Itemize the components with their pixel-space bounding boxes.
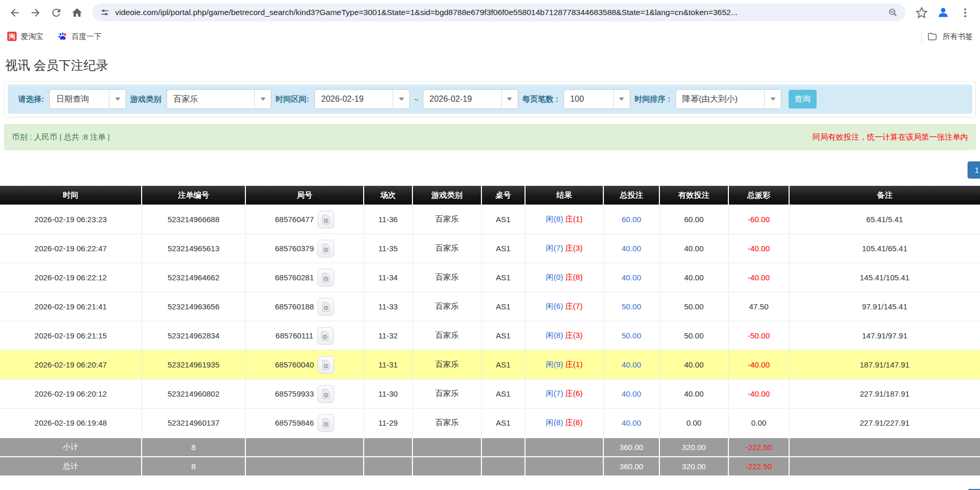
date-to-value: 2026-02-19 bbox=[423, 90, 501, 108]
date-to-select[interactable]: 2026-02-19 bbox=[423, 89, 518, 109]
bookmark-aitaobao[interactable]: 淘 爱淘宝 bbox=[7, 32, 44, 42]
cell-total-bet: 50.00 bbox=[603, 292, 659, 321]
filter-bar: 请选择: 日期查询 游戏类别 百家乐 时间区间: 2026-02-19 ~ 20 bbox=[8, 85, 972, 114]
site-settings-icon[interactable] bbox=[100, 7, 110, 18]
cell-result: 闲(6) 庄(7) bbox=[525, 292, 603, 321]
result-banker: 庄(1) bbox=[565, 360, 583, 369]
total-bet-link[interactable]: 40.00 bbox=[622, 389, 641, 398]
video-replay-button[interactable] bbox=[318, 356, 334, 374]
address-bar[interactable]: videoie.com/ipl/portal.php/game/betrecor… bbox=[92, 4, 905, 21]
cell-valid-bet: 50.00 bbox=[659, 321, 728, 350]
bet-records-table: 时间注单编号局号场次游戏类别桌号结果总投注有效投注总派彩备注 2026-02-1… bbox=[0, 186, 980, 477]
sort-order-select[interactable]: 降幂(由大到小) bbox=[675, 89, 781, 109]
reload-button[interactable] bbox=[47, 4, 65, 21]
browser-menu-button[interactable] bbox=[956, 4, 974, 21]
sum-empty bbox=[245, 438, 364, 457]
cell-time: 2026-02-19 06:20:12 bbox=[0, 379, 142, 409]
video-replay-button[interactable] bbox=[318, 240, 334, 257]
video-replay-button[interactable] bbox=[317, 327, 334, 345]
total-bet-link[interactable]: 50.00 bbox=[622, 331, 641, 340]
video-replay-button[interactable] bbox=[318, 211, 334, 228]
cell-game-type: 百家乐 bbox=[412, 379, 481, 409]
cell-note: 227.91/227.91 bbox=[789, 409, 980, 438]
cell-round-id: 685759933 bbox=[245, 379, 364, 409]
cell-total-bet: 40.00 bbox=[603, 379, 659, 409]
cell-session: 11-31 bbox=[364, 350, 412, 379]
cell-time: 2026-02-19 06:21:15 bbox=[0, 321, 142, 350]
cell-bet-id: 523214966688 bbox=[142, 205, 245, 234]
date-from-select[interactable]: 2026-02-19 bbox=[314, 89, 410, 109]
chevron-down-icon bbox=[393, 90, 409, 108]
round-id-wrap: 685760477 bbox=[275, 211, 334, 228]
search-button[interactable]: 查询 bbox=[789, 90, 817, 108]
query-type-select[interactable]: 日期查询 bbox=[49, 89, 126, 109]
cell-result: 闲(0) 庄(8) bbox=[525, 263, 603, 292]
cell-time: 2026-02-19 06:19:48 bbox=[0, 409, 142, 438]
sum-note-empty bbox=[789, 457, 980, 476]
cell-total-bet: 40.00 bbox=[603, 263, 659, 292]
avatar-icon bbox=[936, 6, 950, 19]
video-replay-button[interactable] bbox=[318, 414, 334, 432]
three-dots-icon bbox=[959, 7, 971, 19]
sum-label: 小计 bbox=[0, 438, 142, 457]
col-header-0: 时间 bbox=[0, 186, 142, 205]
col-header-3: 场次 bbox=[364, 186, 412, 205]
cell-round-id: 685759846 bbox=[245, 409, 364, 438]
cell-result: 闲(9) 庄(1) bbox=[525, 350, 603, 379]
date-from-value: 2026-02-19 bbox=[315, 90, 393, 108]
page-size-select[interactable]: 100 bbox=[563, 89, 630, 109]
cell-round-id: 685760477 bbox=[245, 205, 364, 234]
cell-bet-id: 523214960137 bbox=[142, 409, 245, 438]
sum-empty bbox=[525, 438, 603, 457]
total-bet-link[interactable]: 60.00 bbox=[622, 215, 641, 224]
profile-avatar[interactable] bbox=[934, 4, 952, 21]
all-bookmarks[interactable]: 所有书签 bbox=[921, 31, 973, 42]
video-replay-button[interactable] bbox=[318, 385, 334, 403]
total-bet-link[interactable]: 40.00 bbox=[622, 273, 641, 282]
total-bet-link[interactable]: 50.00 bbox=[622, 302, 641, 311]
cell-result: 闲(8) 庄(8) bbox=[525, 409, 603, 438]
currency-summary-text: 币别 : 人民币 | 总共 :8 注单 | bbox=[12, 132, 110, 142]
tilde-separator: ~ bbox=[414, 95, 419, 104]
cell-table-no: AS1 bbox=[481, 205, 525, 234]
video-replay-button[interactable] bbox=[318, 298, 334, 316]
sum-empty bbox=[364, 457, 412, 476]
cell-total-bet: 40.00 bbox=[603, 409, 659, 438]
total-bet-link[interactable]: 40.00 bbox=[622, 418, 641, 427]
cell-session: 11-32 bbox=[364, 321, 412, 350]
cell-note: 97.91/145.41 bbox=[789, 292, 980, 321]
cell-table-no: AS1 bbox=[481, 292, 525, 321]
result-banker: 庄(3) bbox=[565, 331, 583, 339]
cell-payout: -40.00 bbox=[728, 263, 789, 292]
cell-session: 11-34 bbox=[364, 263, 412, 292]
bookmark-star-button[interactable] bbox=[913, 4, 930, 21]
game-type-select[interactable]: 百家乐 bbox=[167, 89, 271, 109]
browser-toolbar: videoie.com/ipl/portal.php/game/betrecor… bbox=[0, 0, 980, 25]
cell-bet-id: 523214960802 bbox=[142, 379, 245, 409]
cell-round-id: 685760111 bbox=[245, 321, 364, 350]
round-id-wrap: 685759933 bbox=[275, 385, 334, 403]
col-header-8: 有效投注 bbox=[659, 186, 728, 205]
forward-button[interactable] bbox=[26, 4, 44, 21]
back-button[interactable] bbox=[6, 4, 23, 21]
cell-game-type: 百家乐 bbox=[412, 409, 481, 438]
cell-time: 2026-02-19 06:22:47 bbox=[0, 234, 142, 263]
sum-empty bbox=[525, 457, 603, 476]
result-player: 闲(7) bbox=[546, 243, 563, 252]
zoom-out-icon[interactable] bbox=[888, 7, 898, 18]
video-replay-button[interactable] bbox=[318, 269, 334, 287]
url-text[interactable]: videoie.com/ipl/portal.php/game/betrecor… bbox=[115, 8, 882, 17]
cell-valid-bet: 40.00 bbox=[659, 350, 728, 379]
cell-result: 闲(7) 庄(6) bbox=[525, 379, 603, 409]
total-bet-link[interactable]: 40.00 bbox=[622, 244, 641, 253]
home-button[interactable] bbox=[68, 4, 86, 21]
sum-label: 总计 bbox=[0, 457, 142, 476]
page-1-button[interactable]: 1 bbox=[968, 161, 980, 179]
cell-payout: -40.00 bbox=[728, 234, 789, 263]
cell-round-id: 685760379 bbox=[245, 234, 364, 263]
total-bet-link[interactable]: 40.00 bbox=[622, 360, 641, 369]
bookmark-baidu[interactable]: 百度一下 bbox=[58, 32, 102, 42]
video-file-glyph bbox=[321, 331, 329, 341]
sum-note-empty bbox=[789, 438, 980, 457]
cell-time: 2026-02-19 06:22:12 bbox=[0, 263, 142, 292]
